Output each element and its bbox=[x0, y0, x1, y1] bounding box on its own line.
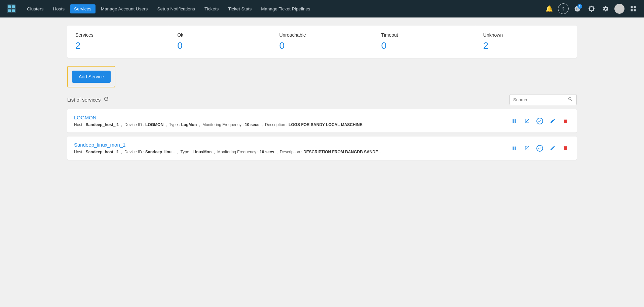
sl-freq: 10 secs bbox=[260, 150, 274, 154]
search-box bbox=[509, 94, 577, 105]
service-card-logmon: LOGMON Host : Sandeep_host_l1 , Device I… bbox=[67, 109, 577, 132]
stat-unknown-value: 2 bbox=[483, 40, 569, 51]
service-list: LOGMON Host : Sandeep_host_l1 , Device I… bbox=[67, 109, 577, 160]
logmon-desc: LOGS FOR SANDY LOCAL MASCHINE bbox=[289, 122, 363, 127]
stat-timeout-value: 0 bbox=[381, 40, 467, 51]
logmon-freq: 10 secs bbox=[245, 122, 259, 127]
logmon-device-id: LOGMON bbox=[145, 122, 163, 127]
sl-desc: DESCRIPTION FROM BANGDB SANDE... bbox=[303, 150, 381, 154]
pause-button-sandeep-linux[interactable] bbox=[509, 144, 519, 153]
delete-button-logmon[interactable] bbox=[561, 116, 570, 126]
stat-unknown: Unknown 2 bbox=[475, 26, 577, 58]
svg-rect-2 bbox=[12, 5, 15, 8]
stat-timeout: Timeout 0 bbox=[373, 26, 475, 58]
nav-ticket-stats[interactable]: Ticket Stats bbox=[224, 4, 256, 13]
navbar-right: 🔔 ? 2 bbox=[544, 3, 639, 14]
stat-unreachable: Unreachable 0 bbox=[271, 26, 373, 58]
nav-clusters[interactable]: Clusters bbox=[23, 4, 48, 13]
download-icon[interactable]: 2 bbox=[572, 3, 583, 14]
check-circle-logmon bbox=[536, 118, 543, 124]
stat-unreachable-label: Unreachable bbox=[279, 32, 365, 38]
edit-button-sandeep-linux[interactable] bbox=[548, 144, 557, 153]
nav-hosts[interactable]: Hosts bbox=[49, 4, 69, 13]
svg-rect-4 bbox=[12, 9, 15, 12]
search-input[interactable] bbox=[513, 97, 566, 102]
settings-icon[interactable] bbox=[600, 3, 611, 14]
stats-row: Services 2 Ok 0 Unreachable 0 Timeout 0 … bbox=[67, 26, 577, 58]
add-service-area: Add Service bbox=[67, 66, 115, 87]
service-actions-sandeep-linux bbox=[509, 144, 570, 153]
service-info-sandeep-linux: Sandeep_linux_mon_1 Host : Sandeep_host_… bbox=[74, 142, 503, 154]
service-actions-logmon bbox=[509, 116, 570, 126]
navbar: Clusters Hosts Services Manage Account U… bbox=[0, 0, 644, 17]
avatar[interactable] bbox=[614, 4, 624, 14]
stat-ok-value: 0 bbox=[177, 40, 263, 51]
sl-host: Sandeep_host_l1 bbox=[86, 150, 119, 154]
delete-button-sandeep-linux[interactable] bbox=[561, 144, 570, 153]
main-content: Services 2 Ok 0 Unreachable 0 Timeout 0 … bbox=[0, 17, 644, 172]
edit-button-logmon[interactable] bbox=[548, 116, 557, 126]
check-button-logmon[interactable] bbox=[535, 116, 544, 126]
service-meta-logmon: Host : Sandeep_host_l1 , Device ID : LOG… bbox=[74, 122, 503, 127]
stat-ok-label: Ok bbox=[177, 32, 263, 38]
external-link-button-logmon[interactable] bbox=[522, 116, 532, 126]
nav-tickets[interactable]: Tickets bbox=[200, 4, 223, 13]
service-card-sandeep-linux: Sandeep_linux_mon_1 Host : Sandeep_host_… bbox=[67, 137, 577, 160]
nav-manage-ticket-pipelines[interactable]: Manage Ticket Pipelines bbox=[257, 4, 314, 13]
service-name-logmon[interactable]: LOGMON bbox=[74, 115, 503, 120]
check-button-sandeep-linux[interactable] bbox=[535, 144, 544, 153]
stat-timeout-label: Timeout bbox=[381, 32, 467, 38]
bell-icon[interactable]: 🔔 bbox=[544, 3, 555, 14]
stat-unreachable-value: 0 bbox=[279, 40, 365, 51]
stat-ok: Ok 0 bbox=[169, 26, 271, 58]
pause-button-logmon[interactable] bbox=[509, 116, 519, 126]
list-header: List of services bbox=[67, 94, 577, 105]
stat-services-value: 2 bbox=[75, 40, 161, 51]
stat-services: Services 2 bbox=[67, 26, 169, 58]
theme-icon[interactable] bbox=[586, 3, 597, 14]
refresh-button[interactable] bbox=[103, 96, 109, 104]
sl-device-id: Sandeep_linu... bbox=[145, 150, 175, 154]
badge-count: 2 bbox=[577, 4, 582, 9]
stat-unknown-label: Unknown bbox=[483, 32, 569, 38]
nav-setup-notifications[interactable]: Setup Notifications bbox=[153, 4, 199, 13]
sl-type: LinuxMon bbox=[193, 150, 212, 154]
logo bbox=[5, 3, 17, 15]
svg-rect-1 bbox=[8, 5, 11, 8]
list-title-area: List of services bbox=[67, 96, 109, 104]
logmon-host: Sandeep_host_l1 bbox=[86, 122, 119, 127]
check-circle-sandeep-linux bbox=[536, 145, 543, 152]
service-meta-sandeep-linux: Host : Sandeep_host_l1 , Device ID : San… bbox=[74, 150, 503, 154]
search-icon bbox=[568, 97, 573, 103]
svg-rect-3 bbox=[8, 9, 11, 12]
list-title: List of services bbox=[67, 97, 101, 103]
nav-services[interactable]: Services bbox=[70, 4, 96, 13]
service-name-sandeep-linux[interactable]: Sandeep_linux_mon_1 bbox=[74, 142, 503, 148]
grid-icon[interactable] bbox=[628, 3, 639, 14]
stat-services-label: Services bbox=[75, 32, 161, 38]
add-service-button[interactable]: Add Service bbox=[72, 71, 111, 83]
logmon-type: LogMon bbox=[181, 122, 197, 127]
external-link-button-sandeep-linux[interactable] bbox=[522, 144, 532, 153]
nav-manage-account-users[interactable]: Manage Account Users bbox=[97, 4, 152, 13]
help-icon[interactable]: ? bbox=[558, 3, 569, 14]
service-info-logmon: LOGMON Host : Sandeep_host_l1 , Device I… bbox=[74, 115, 503, 127]
